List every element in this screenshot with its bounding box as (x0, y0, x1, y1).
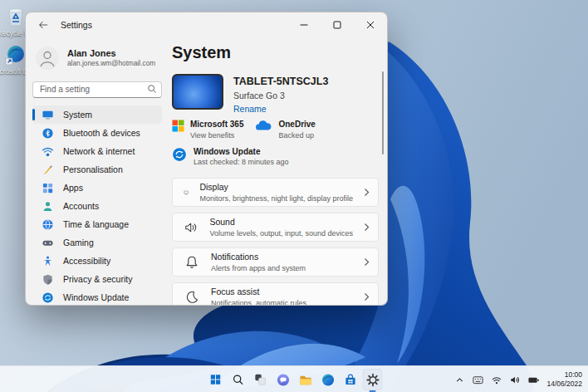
chevron-right-icon (364, 257, 370, 267)
sidebar-item-personalisation[interactable]: Personalisation (32, 160, 162, 179)
time-language-icon (42, 218, 54, 231)
accounts-icon (42, 200, 54, 213)
sidebar-item-accounts[interactable]: Accounts (32, 197, 162, 215)
sidebar-item-bluetooth-devices[interactable]: Bluetooth & devices (32, 124, 162, 142)
minimize-icon (299, 20, 309, 30)
sidebar-item-network-internet[interactable]: Network & internet (32, 142, 162, 160)
windows-update-icon (42, 292, 54, 304)
taskbar: 10:00 14/06/2022 (0, 365, 588, 392)
system-icon (42, 109, 54, 121)
privacy-icon (42, 273, 54, 286)
minimize-button[interactable] (287, 12, 321, 37)
notifications-icon (184, 254, 200, 271)
maximize-button[interactable] (321, 12, 354, 37)
settings-window: Settings (25, 12, 388, 306)
card-sound[interactable]: Sound Volume levels, output, input, soun… (172, 213, 379, 242)
search-input[interactable] (32, 81, 162, 98)
network-icon (42, 145, 54, 158)
display-icon (184, 184, 189, 201)
user-account[interactable]: Alan Jones alan.jones.wm@hotmail.com (36, 46, 162, 71)
chevron-up-icon (454, 375, 465, 385)
store-button[interactable] (341, 369, 360, 390)
device-thumbnail (172, 74, 223, 110)
close-icon (365, 20, 375, 30)
benefits-row: Microsoft 365 View benefits OneDrive Bac… (172, 120, 387, 140)
onedrive-icon (255, 120, 272, 131)
file-explorer-button[interactable] (296, 369, 316, 390)
selected-accent-bar (32, 109, 35, 120)
taskbar-search-button[interactable] (228, 369, 248, 390)
task-view-icon (253, 372, 268, 387)
taskbar-clock[interactable]: 10:00 14/06/2022 (546, 370, 582, 389)
edge-icon (4, 43, 27, 66)
settings-gear-icon (365, 372, 380, 388)
card-focus-assist[interactable]: Focus assist Notifications, automatic ru… (172, 282, 379, 306)
tray-chevron-up-button[interactable] (454, 375, 465, 385)
chat-icon (275, 372, 291, 388)
sidebar-item-privacy-security[interactable]: Privacy & security (32, 270, 162, 288)
personalisation-icon (42, 164, 54, 176)
apps-icon (42, 182, 54, 194)
file-explorer-icon (297, 372, 313, 388)
edge-button[interactable] (318, 369, 338, 390)
desktop: Recycle Bin Microsoft Edge Settings (0, 0, 588, 392)
settings-app-button[interactable] (363, 369, 383, 390)
sidebar-item-time-language[interactable]: Time & language (32, 215, 162, 233)
start-button[interactable] (206, 369, 226, 390)
volume-icon (509, 375, 521, 385)
chevron-right-icon (364, 223, 370, 232)
close-button[interactable] (354, 12, 387, 37)
sound-icon (184, 219, 198, 236)
search-box (32, 81, 162, 97)
titlebar: Settings (26, 12, 387, 37)
chevron-right-icon (364, 188, 370, 197)
sidebar: Alan Jones alan.jones.wm@hotmail.com (26, 37, 169, 305)
sidebar-nav: System Bluetooth & devices (32, 105, 162, 306)
windows-start-icon (208, 372, 223, 387)
rename-link[interactable]: Rename (233, 104, 328, 114)
sidebar-item-gaming[interactable]: Gaming (32, 233, 162, 252)
back-arrow-icon (37, 19, 49, 31)
battery-icon (527, 375, 540, 385)
windows-update-icon (172, 147, 187, 162)
card-notifications[interactable]: Notifications Alerts from apps and syste… (172, 247, 379, 277)
page-title: System (172, 42, 387, 62)
window-title: Settings (61, 20, 92, 30)
volume-button[interactable] (509, 375, 521, 385)
battery-button[interactable] (527, 375, 540, 385)
avatar (36, 47, 59, 70)
microsoft-365-icon (172, 120, 184, 132)
sidebar-item-apps[interactable]: Apps (32, 179, 162, 197)
device-name: TABLET-5NTSCJL3 (233, 76, 328, 88)
clock-date: 14/06/2022 (546, 380, 582, 389)
window-scrollbar[interactable] (382, 71, 384, 154)
windows-update-status[interactable]: Windows Update Last checked: 8 minutes a… (172, 147, 387, 167)
accessibility-icon (42, 255, 54, 267)
sidebar-item-accessibility[interactable]: Accessibility (32, 252, 162, 270)
gaming-icon (42, 237, 54, 249)
taskbar-center (206, 366, 383, 392)
search-icon (231, 372, 246, 387)
chat-button[interactable] (273, 369, 293, 390)
card-display[interactable]: Display Monitors, brightness, night ligh… (172, 178, 379, 207)
microsoft-365-item[interactable]: Microsoft 365 View benefits (172, 120, 243, 140)
user-name: Alan Jones (67, 48, 155, 59)
onedrive-item[interactable]: OneDrive Backed up (255, 120, 315, 140)
clock-time: 10:00 (546, 370, 582, 380)
touch-keyboard-icon (472, 375, 484, 385)
wifi-button[interactable] (491, 375, 502, 385)
sidebar-item-system[interactable]: System (32, 105, 162, 124)
task-view-button[interactable] (251, 369, 271, 390)
search-icon (147, 84, 157, 94)
device-info: TABLET-5NTSCJL3 Surface Go 3 Rename (172, 74, 387, 114)
chevron-right-icon (364, 292, 370, 301)
window-controls (287, 12, 387, 37)
store-icon (342, 372, 358, 388)
system-tray: 10:00 14/06/2022 (454, 366, 582, 392)
sidebar-item-windows-update[interactable]: Windows Update (32, 288, 162, 306)
main-panel: System TABLET-5NTSCJL3 Surface Go 3 Rena… (169, 37, 387, 305)
back-button[interactable] (34, 16, 52, 34)
touch-keyboard-button[interactable] (472, 375, 484, 385)
edge-icon (320, 372, 336, 388)
user-email: alan.jones.wm@hotmail.com (67, 59, 155, 68)
